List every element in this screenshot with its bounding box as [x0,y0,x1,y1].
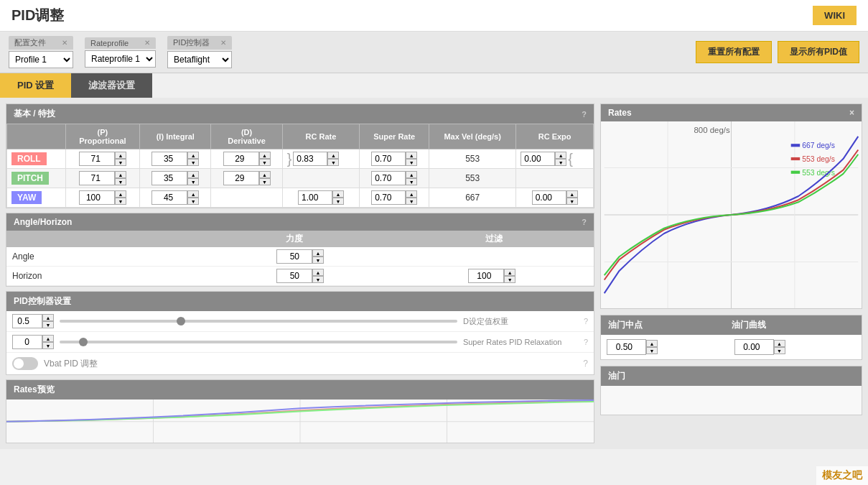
roll-rcexpo-spinner[interactable]: ▲ ▼ [555,152,566,166]
pitch-p-field[interactable] [79,171,115,185]
roll-rcrate-up[interactable]: ▲ [327,152,339,159]
pitch-superrate-up[interactable]: ▲ [406,171,417,178]
roll-p-up[interactable]: ▲ [115,152,126,159]
yaw-i-down[interactable]: ▼ [187,198,199,205]
rateprofile-close-icon[interactable]: ✕ [144,39,150,47]
roll-rcrate-spinner[interactable]: ▲ ▼ [327,152,339,166]
horizon-val1-field[interactable] [276,269,312,283]
yaw-superrate-field[interactable] [371,190,406,205]
yaw-rcexpo-spinner[interactable]: ▲ ▼ [566,190,578,205]
yaw-rcrate-down[interactable]: ▼ [332,198,344,205]
yaw-i-input[interactable]: ▲ ▼ [151,190,199,205]
angle-val1-input[interactable]: ▲ ▼ [276,249,324,264]
roll-rcexpo-down[interactable]: ▼ [555,159,566,166]
yaw-rcrate-input[interactable]: ▲ ▼ [298,190,344,205]
vbat-toggle[interactable] [12,357,38,370]
pid-section-help-icon[interactable]: ? [582,110,587,119]
pitch-p-input[interactable]: ▲ ▼ [79,171,126,185]
roll-p-down[interactable]: ▼ [115,159,126,166]
roll-p-spinner[interactable]: ▲ ▼ [115,152,126,166]
horizon-val1-input[interactable]: ▲ ▼ [276,269,324,283]
yaw-rcrate-field[interactable] [298,190,332,205]
pid-controller-select[interactable]: Betaflight MultiWii LuxFloat [167,51,232,68]
pitch-p-spinner[interactable]: ▲ ▼ [115,171,126,185]
angle-section-help-icon[interactable]: ? [582,218,587,226]
throttle-curve-spin[interactable]: ▲ ▼ [734,339,785,355]
reset-config-button[interactable]: 重置所有配置 [696,41,772,63]
pitch-i-up[interactable]: ▲ [187,171,199,178]
horizon-val2-up[interactable]: ▲ [504,269,515,276]
roll-superrate-input[interactable]: ▲ ▼ [371,152,417,166]
tab-filter[interactable]: 滤波器设置 [71,73,152,98]
yaw-superrate-spinner[interactable]: ▲ ▼ [406,190,417,205]
roll-p-field[interactable] [79,152,115,166]
profile-select[interactable]: Profile 1 Profile 2 Profile 3 [9,51,73,68]
horizon-val2-spinner[interactable]: ▲ ▼ [504,269,515,283]
rateprofile-select[interactable]: Rateprofile 1 Rateprofile 2 [85,50,156,68]
roll-d-up[interactable]: ▲ [259,152,271,159]
roll-i-up[interactable]: ▲ [187,152,199,159]
ctrl-val1-spinner[interactable]: ▲ ▼ [42,314,54,328]
vbat-help-icon[interactable]: ? [583,359,588,369]
angle-val1-down[interactable]: ▼ [312,257,324,264]
horizon-val1-up[interactable]: ▲ [312,269,324,276]
ctrl-val1-field[interactable] [12,314,42,328]
pitch-i-spinner[interactable]: ▲ ▼ [187,171,199,185]
roll-superrate-up[interactable]: ▲ [406,152,417,159]
show-pid-button[interactable]: 显示所有PID值 [778,41,859,63]
throttle-curve-spinner[interactable]: ▲ ▼ [774,340,785,354]
roll-rcrate-field[interactable] [293,152,327,166]
pitch-p-up[interactable]: ▲ [115,171,126,178]
pitch-superrate-spinner[interactable]: ▲ ▼ [406,171,417,185]
pitch-i-input[interactable]: ▲ ▼ [151,171,199,185]
roll-rcexpo-up[interactable]: ▲ [555,152,566,159]
throttle-mid-up[interactable]: ▲ [646,340,658,347]
roll-superrate-down[interactable]: ▼ [406,159,417,166]
ctrl-help-2-icon[interactable]: ? [584,338,588,346]
ctrl-slider-2[interactable] [60,341,457,343]
pitch-superrate-down[interactable]: ▼ [406,178,417,185]
roll-i-spinner[interactable]: ▲ ▼ [187,152,199,166]
roll-rcexpo-input[interactable]: ▲ ▼ [521,152,566,166]
yaw-rcrate-spinner[interactable]: ▲ ▼ [332,190,344,205]
horizon-val2-field[interactable] [468,269,504,283]
ctrl-val2-spinner[interactable]: ▲ ▼ [42,335,54,349]
pitch-p-down[interactable]: ▼ [115,178,126,185]
yaw-p-field[interactable] [79,190,115,205]
horizon-val2-input[interactable]: ▲ ▼ [468,269,515,283]
yaw-rcexpo-field[interactable] [532,190,566,205]
pitch-d-up[interactable]: ▲ [259,171,271,178]
throttle-curve-up[interactable]: ▲ [774,340,785,347]
pitch-i-down[interactable]: ▼ [187,178,199,185]
pitch-superrate-input[interactable]: ▲ ▼ [371,171,417,185]
roll-rcrate-down[interactable]: ▼ [327,159,339,166]
roll-superrate-field[interactable] [371,152,406,166]
yaw-i-field[interactable] [151,190,187,205]
angle-val1-up[interactable]: ▲ [312,249,324,257]
throttle-curve-field[interactable] [734,339,774,355]
yaw-rcexpo-input[interactable]: ▲ ▼ [532,190,578,205]
pitch-d-input[interactable]: ▲ ▼ [223,171,271,185]
pitch-d-spinner[interactable]: ▲ ▼ [259,171,271,185]
throttle-curve-input[interactable]: ▲ ▼ [734,339,857,355]
yaw-i-up[interactable]: ▲ [187,190,199,198]
roll-d-spinner[interactable]: ▲ ▼ [259,152,271,166]
throttle-mid-down[interactable]: ▼ [646,347,658,354]
roll-i-field[interactable] [151,152,187,166]
ctrl-val2-input[interactable]: ▲ ▼ [12,335,54,349]
roll-d-input[interactable]: ▲ ▼ [223,152,271,166]
yaw-rcexpo-up[interactable]: ▲ [566,190,578,198]
horizon-val1-down[interactable]: ▼ [312,276,324,283]
horizon-val2-down[interactable]: ▼ [504,276,515,283]
throttle-mid-field[interactable] [607,339,646,355]
roll-rcrate-input[interactable]: ▲ ▼ [293,152,339,166]
throttle-mid-spin[interactable]: ▲ ▼ [607,339,658,355]
pid-controller-close-icon[interactable]: ✕ [220,39,226,47]
roll-rcexpo-field[interactable] [521,152,555,166]
pitch-d-field[interactable] [223,171,259,185]
ctrl-slider-1[interactable] [60,320,457,323]
ctrl-val2-up[interactable]: ▲ [42,335,54,342]
rates-chart-close-icon[interactable]: × [849,108,854,118]
yaw-superrate-input[interactable]: ▲ ▼ [371,190,417,205]
roll-d-down[interactable]: ▼ [259,159,271,166]
